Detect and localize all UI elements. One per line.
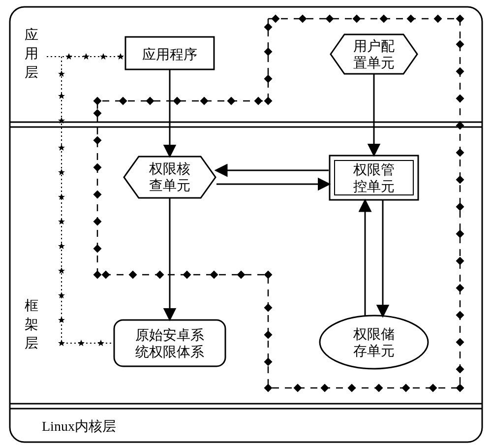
svg-rect-12 [407,15,415,23]
node-user-config-l2: 置单元 [353,55,395,70]
svg-rect-44 [129,271,137,279]
svg-rect-46 [93,271,102,279]
layer-label-fw-1: 框 [25,298,38,313]
svg-rect-24 [456,284,464,292]
svg-rect-35 [264,384,273,392]
svg-rect-61 [264,75,273,83]
svg-rect-45 [102,271,110,279]
node-perm-check: 权限核 查单元 [124,157,215,198]
svg-rect-28 [456,384,464,392]
node-user-config: 用户配 置单元 [331,34,417,74]
svg-rect-17 [456,95,464,103]
svg-rect-25 [456,311,464,320]
svg-rect-7 [272,15,280,23]
layer-label-app-3: 层 [25,64,38,80]
svg-rect-41 [210,271,218,279]
node-perm-store-l2: 存单元 [353,343,395,358]
layer-label-fw-3: 层 [25,335,38,351]
svg-rect-59 [254,97,263,105]
svg-rect-27 [456,365,464,374]
layer-label-app-2: 用 [25,46,38,61]
node-perm-mgmt: 权限管 控单元 [330,156,418,200]
node-orig-android-l2: 统权限体系 [135,344,204,359]
svg-rect-19 [456,149,464,157]
svg-rect-26 [456,338,464,347]
star-path-left [62,57,113,343]
svg-rect-56 [173,97,182,105]
svg-rect-13 [434,15,442,23]
svg-rect-11 [380,15,388,23]
svg-rect-8 [299,15,307,23]
node-orig-android-l1: 原始安卓系 [135,327,204,343]
svg-rect-33 [321,384,329,392]
node-user-config-l1: 用户配 [353,38,395,54]
svg-rect-38 [264,304,273,312]
svg-rect-15 [456,40,464,49]
svg-rect-20 [456,176,464,184]
star-markers [58,53,124,346]
svg-rect-58 [227,97,236,105]
svg-rect-47 [93,245,102,253]
layer-label-app-1: 应 [25,27,38,42]
outer-frame [10,7,482,442]
svg-rect-51 [93,136,102,145]
svg-rect-50 [93,163,102,172]
svg-rect-21 [456,203,464,211]
svg-rect-39 [264,271,273,279]
svg-rect-49 [93,191,102,199]
layer-label-kernel: Linux内核层 [42,418,116,434]
svg-rect-63 [264,23,273,32]
svg-rect-62 [264,48,273,56]
svg-rect-54 [119,97,127,105]
svg-rect-48 [93,218,102,226]
svg-rect-37 [264,331,273,339]
svg-rect-32 [348,384,356,392]
node-perm-mgmt-l1: 权限管 [353,162,395,177]
node-perm-store: 权限储 存单元 [320,316,428,369]
node-app-label: 应用程序 [142,47,197,62]
svg-rect-42 [183,271,191,279]
svg-rect-29 [429,384,437,392]
node-perm-check-l1: 权限核 [149,161,190,176]
layer-label-fw-2: 架 [25,317,38,332]
svg-rect-9 [326,15,334,23]
svg-rect-52 [93,109,102,118]
svg-rect-36 [264,358,273,366]
svg-rect-43 [156,271,164,279]
svg-rect-16 [456,67,464,76]
diagram-root: 应 用 层 框 架 层 Linux内核层 应用程序 用户配 置单元 权限核 查单… [0,0,492,448]
svg-rect-57 [200,97,209,105]
svg-rect-10 [353,15,361,23]
svg-rect-53 [93,97,102,105]
node-perm-mgmt-l2: 控单元 [353,179,395,194]
svg-rect-40 [237,271,246,279]
svg-rect-30 [402,384,410,392]
svg-rect-60 [264,97,273,105]
svg-point-6 [320,316,428,369]
svg-rect-23 [456,257,464,265]
node-perm-check-l2: 查单元 [149,178,190,193]
svg-rect-55 [146,97,154,105]
svg-rect-31 [375,384,383,392]
node-perm-store-l1: 权限储 [353,326,395,342]
svg-rect-34 [294,384,302,392]
node-orig-android: 原始安卓系 统权限体系 [114,320,225,366]
svg-rect-22 [456,230,464,238]
svg-rect-14 [456,15,464,23]
node-app: 应用程序 [125,37,214,69]
